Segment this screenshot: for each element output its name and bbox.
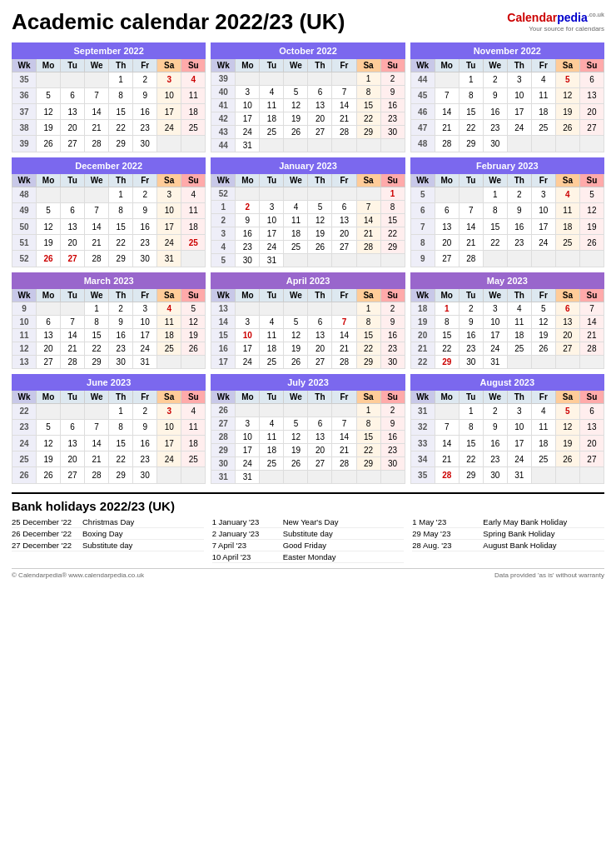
day-cell: 18 bbox=[181, 435, 206, 451]
day-cell: 2 bbox=[483, 403, 507, 419]
day-cell: 18 bbox=[260, 342, 284, 355]
day-cell: 17 bbox=[157, 218, 181, 234]
week-number: 30 bbox=[211, 456, 236, 470]
day-cell: 29 bbox=[356, 355, 380, 368]
day-cell: 16 bbox=[507, 218, 531, 234]
day-cell: 2 bbox=[380, 302, 405, 315]
week-row: 143456789 bbox=[211, 315, 405, 328]
day-header-th: Th bbox=[109, 58, 133, 72]
week-row: 4431 bbox=[211, 138, 405, 152]
bank-holiday-date: 25 December '22 bbox=[12, 517, 82, 526]
day-cell: 24 bbox=[483, 342, 507, 355]
week-number: 49 bbox=[12, 202, 37, 218]
day-cell bbox=[260, 403, 284, 417]
week-number: 13 bbox=[12, 355, 37, 368]
day-cell: 18 bbox=[157, 328, 181, 342]
month-calendar: December 2022WkMoTuWeThFrSaSu48123449567… bbox=[12, 157, 206, 267]
week-number: 8 bbox=[410, 235, 435, 251]
week-number: 22 bbox=[12, 403, 37, 419]
day-cell: 17 bbox=[157, 435, 181, 451]
day-header-th: Th bbox=[109, 288, 133, 302]
day-cell: 14 bbox=[85, 218, 109, 234]
bank-holiday-column: 1 May '23Early May Bank Holiday29 May '2… bbox=[412, 516, 604, 563]
week-row: 1724252627282930 bbox=[211, 355, 405, 368]
day-cell: 14 bbox=[579, 315, 604, 328]
page-header: Academic calendar 2022/23 (UK) Calendarp… bbox=[12, 10, 604, 34]
day-cell: 17 bbox=[236, 342, 260, 355]
day-cell: 1 bbox=[356, 302, 380, 315]
week-row: 4614151617181920 bbox=[410, 103, 604, 119]
day-cell: 10 bbox=[236, 98, 260, 112]
day-cell: 19 bbox=[284, 443, 308, 456]
day-cell: 4 bbox=[260, 85, 284, 98]
week-number: 47 bbox=[410, 120, 435, 136]
day-cell bbox=[579, 251, 604, 267]
week-number: 24 bbox=[12, 435, 37, 451]
week-number: 31 bbox=[410, 403, 435, 419]
week-number: 23 bbox=[12, 419, 37, 435]
week-number: 52 bbox=[211, 187, 236, 200]
bank-holiday-name: Early May Bank Holiday bbox=[483, 517, 604, 526]
day-header-th: Th bbox=[109, 390, 133, 403]
day-cell: 1 bbox=[356, 403, 380, 417]
day-cell: 22 bbox=[356, 342, 380, 355]
bank-holiday-name: New Year's Day bbox=[283, 517, 405, 526]
bank-holidays-section: Bank holidays 2022/23 (UK) 25 December '… bbox=[12, 492, 604, 563]
day-cell: 19 bbox=[284, 342, 308, 355]
day-header-we: We bbox=[85, 390, 109, 403]
day-cell: 21 bbox=[579, 328, 604, 342]
day-cell: 8 bbox=[85, 315, 109, 328]
day-cell: 7 bbox=[332, 315, 356, 328]
footer: © Calendarpedia® www.calendarpedia.co.uk… bbox=[12, 568, 604, 579]
footer-copyright: © Calendarpedia® www.calendarpedia.co.uk bbox=[12, 571, 144, 579]
week-number: 31 bbox=[211, 470, 236, 483]
day-cell: 3 bbox=[260, 200, 284, 213]
day-cell bbox=[332, 403, 356, 417]
day-header-we: We bbox=[483, 288, 507, 302]
week-row: 316171819202122 bbox=[211, 227, 405, 240]
day-cell: 7 bbox=[579, 302, 604, 315]
day-cell: 4 bbox=[157, 302, 181, 315]
day-header-wk: Wk bbox=[410, 288, 435, 302]
day-cell: 26 bbox=[555, 451, 579, 467]
bank-holiday-entry: 1 May '23Early May Bank Holiday bbox=[412, 516, 604, 528]
day-cell: 31 bbox=[236, 138, 260, 152]
day-cell: 30 bbox=[109, 355, 133, 368]
week-number: 32 bbox=[410, 419, 435, 435]
day-cell: 30 bbox=[236, 253, 260, 267]
day-cell: 1 bbox=[109, 403, 133, 419]
day-cell: 2 bbox=[483, 72, 507, 87]
bank-holiday-entry: 1 January '23New Year's Day bbox=[212, 516, 405, 528]
day-cell bbox=[356, 470, 380, 483]
day-cell: 21 bbox=[85, 235, 109, 251]
day-cell: 15 bbox=[109, 103, 133, 119]
bank-holiday-name: Easter Monday bbox=[283, 552, 405, 561]
day-cell: 9 bbox=[380, 315, 405, 328]
day-cell: 11 bbox=[260, 430, 284, 443]
day-cell: 26 bbox=[579, 235, 604, 251]
day-header-sa: Sa bbox=[356, 288, 380, 302]
day-header-th: Th bbox=[507, 58, 531, 72]
day-cell: 30 bbox=[380, 355, 405, 368]
day-header-sa: Sa bbox=[157, 288, 181, 302]
day-header-th: Th bbox=[507, 173, 531, 187]
day-cell: 19 bbox=[308, 227, 332, 240]
day-cell: 22 bbox=[356, 112, 380, 125]
bank-holiday-date: 28 Aug. '23 bbox=[412, 541, 483, 550]
day-cell: 9 bbox=[109, 315, 133, 328]
day-cell: 27 bbox=[579, 451, 604, 467]
day-cell: 20 bbox=[332, 227, 356, 240]
day-cell: 8 bbox=[435, 315, 459, 328]
day-cell bbox=[157, 136, 181, 152]
day-cell: 6 bbox=[435, 202, 459, 218]
day-cell: 19 bbox=[181, 328, 206, 342]
day-cell: 20 bbox=[308, 443, 332, 456]
day-cell: 31 bbox=[133, 355, 157, 368]
day-cell: 30 bbox=[133, 251, 157, 267]
week-row: 4217181920212223 bbox=[211, 112, 405, 125]
week-number: 25 bbox=[12, 451, 37, 467]
day-header-fr: Fr bbox=[332, 390, 356, 403]
month-calendar: July 2023WkMoTuWeThFrSaSu261227345678928… bbox=[211, 374, 405, 484]
day-cell: 2 bbox=[236, 200, 260, 213]
day-header-su: Su bbox=[181, 173, 206, 187]
